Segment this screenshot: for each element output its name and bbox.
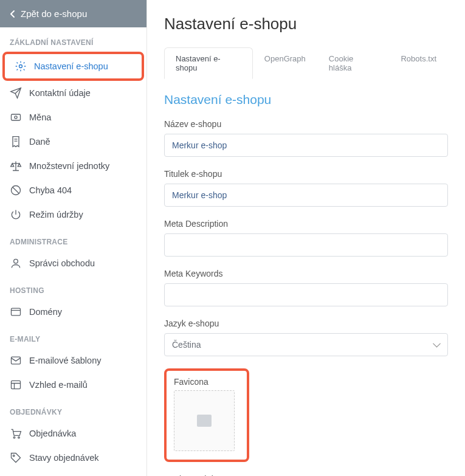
- sidebar: Zpět do e-shopu ZÁKLADNÍ NASTAVENÍNastav…: [0, 0, 147, 476]
- shop-title-label: Titulek e-shopu: [164, 169, 448, 179]
- sidebar-item-spr-vci-obchodu[interactable]: Správci obchodu: [0, 251, 146, 275]
- sidebar-item-kontaktn-daje[interactable]: Kontaktní údaje: [0, 81, 146, 105]
- meta-description-input[interactable]: [164, 233, 448, 257]
- favicon-highlight-box: Favicona: [164, 368, 249, 462]
- user-icon: [10, 257, 22, 269]
- field-meta-keywords: Meta Keywords: [164, 269, 448, 306]
- shop-language-label: Jazyk e-shopu: [164, 319, 448, 328]
- envelope-icon: [10, 354, 22, 367]
- tab-robots-txt[interactable]: Robots.txt: [389, 47, 448, 79]
- svg-point-1: [200, 418, 202, 420]
- tab-nastaven-e-shopu[interactable]: Nastavení e-shopu: [164, 47, 253, 79]
- sidebar-item-label: Nastavení e-shopu: [34, 61, 108, 71]
- sidebar-item-m-na[interactable]: Měna: [0, 105, 146, 129]
- meta-description-label: Meta Description: [164, 219, 448, 229]
- back-to-shop-button[interactable]: Zpět do e-shopu: [0, 0, 146, 27]
- favicon-label: Favicona: [174, 377, 239, 387]
- shop-title-input[interactable]: [164, 184, 448, 207]
- sidebar-highlight-box: Nastavení e-shopu: [2, 52, 144, 81]
- tag-icon: [10, 452, 22, 464]
- sidebar-item-chyba-404[interactable]: Chyba 404: [0, 178, 146, 202]
- sidebar-item-label: Správci obchodu: [29, 258, 95, 268]
- shop-name-label: Název e-shopu: [164, 119, 448, 129]
- sidebar-section-title: ZÁKLADNÍ NASTAVENÍ: [0, 27, 146, 52]
- sidebar-item-label: Měna: [29, 112, 51, 122]
- tabs: Nastavení e-shopuOpenGraphCookie hláškaR…: [164, 47, 448, 79]
- tab-opengraph[interactable]: OpenGraph: [253, 47, 317, 79]
- sidebar-item-label: Množstevní jednotky: [29, 161, 109, 171]
- field-shop-name: Název e-shopu: [164, 119, 448, 157]
- sidebar-item-label: Vzhled e-mailů: [29, 380, 88, 390]
- shop-name-input[interactable]: [164, 134, 448, 157]
- section-heading: Nastavení e-shopu: [164, 92, 448, 107]
- forbidden-icon: [10, 184, 22, 196]
- shop-language-select[interactable]: Čeština: [164, 333, 448, 356]
- currency-icon: [10, 111, 22, 123]
- plane-icon: [10, 87, 22, 99]
- sidebar-item-label: Objednávka: [29, 429, 76, 438]
- meta-keywords-label: Meta Keywords: [164, 269, 448, 278]
- receipt-icon: [10, 136, 22, 148]
- sidebar-item-objedn-vka[interactable]: Objednávka: [0, 421, 146, 446]
- power-icon: [10, 209, 22, 221]
- sidebar-item-label: E-mailové šablony: [29, 356, 101, 365]
- sidebar-item-mno-stevn-jednotky[interactable]: Množstevní jednotky: [0, 154, 146, 178]
- sidebar-item-e-mailov-ablony[interactable]: E-mailové šablony: [0, 348, 146, 373]
- field-favicon: Favicona: [164, 368, 448, 462]
- sidebar-item-dom-ny[interactable]: Domény: [0, 300, 146, 324]
- layout-icon: [10, 379, 22, 391]
- field-shop-title: Titulek e-shopu: [164, 169, 448, 207]
- sidebar-section-title: OBJEDNÁVKY: [0, 397, 146, 421]
- favicon-upload-zone[interactable]: [174, 390, 235, 451]
- sidebar-item-dan-[interactable]: Daně: [0, 129, 146, 154]
- sidebar-item-label: Režim údržby: [29, 210, 83, 219]
- sidebar-item-vzhled-e-mail-[interactable]: Vzhled e-mailů: [0, 373, 146, 397]
- sidebar-item-label: Daně: [29, 137, 50, 147]
- sidebar-section-title: HOSTING: [0, 275, 146, 300]
- back-label: Zpět do e-shopu: [21, 9, 87, 19]
- sidebar-item-doklady[interactable]: Doklady: [0, 470, 146, 476]
- sidebar-item-nastaven-e-shopu[interactable]: Nastavení e-shopu: [5, 54, 142, 78]
- main-content: Nastavení e-shopu Nastavení e-shopuOpenG…: [147, 0, 465, 476]
- sidebar-item-label: Kontaktní údaje: [29, 88, 91, 98]
- field-shop-language: Jazyk e-shopu Čeština: [164, 319, 448, 356]
- page-title: Nastavení e-shopu: [164, 15, 448, 33]
- image-placeholder-icon: [196, 414, 212, 427]
- tab-cookie-hl-ka[interactable]: Cookie hláška: [317, 47, 390, 79]
- sidebar-item-stavy-objedn-vek[interactable]: Stavy objednávek: [0, 446, 146, 470]
- sidebar-item-re-im-dr-by[interactable]: Režim údržby: [0, 202, 146, 227]
- gear-icon: [15, 60, 27, 72]
- shop-language-select-wrap: Čeština: [164, 333, 448, 356]
- meta-keywords-input[interactable]: [164, 283, 448, 306]
- cart-icon: [10, 427, 22, 440]
- scale-icon: [10, 160, 22, 172]
- sidebar-section-title: E-MAILY: [0, 324, 146, 348]
- field-meta-description: Meta Description: [164, 219, 448, 257]
- chevron-left-icon: [10, 10, 16, 18]
- sidebar-item-label: Stavy objednávek: [29, 453, 98, 463]
- sidebar-item-label: Domény: [29, 307, 62, 317]
- domain-icon: [10, 306, 22, 318]
- sidebar-section-title: ADMINISTRACE: [0, 227, 146, 251]
- sidebar-item-label: Chyba 404: [29, 185, 72, 195]
